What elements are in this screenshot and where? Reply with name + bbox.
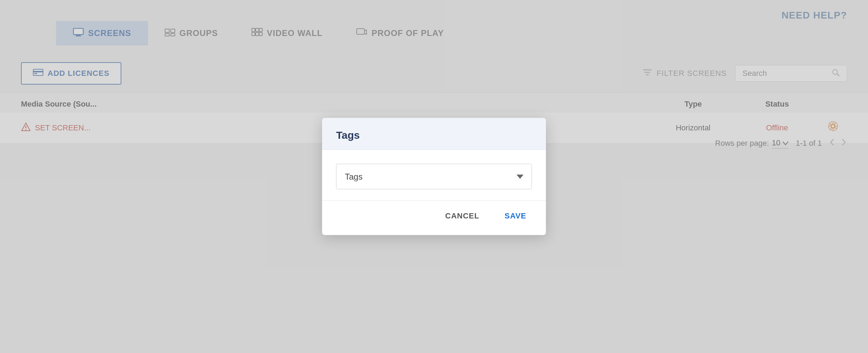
page-background: NEED HELP? SCREENS GROUPS	[0, 0, 868, 353]
tags-select-wrapper: Tags	[336, 164, 532, 189]
modal-title: Tags	[336, 129, 532, 141]
modal-footer: CANCEL SAVE	[322, 201, 546, 235]
save-button[interactable]: SAVE	[499, 208, 532, 224]
tags-modal: Tags Tags CANCEL SAVE	[322, 118, 546, 235]
modal-body: Tags	[322, 150, 546, 201]
tags-select[interactable]: Tags	[336, 164, 532, 189]
modal-header: Tags	[322, 118, 546, 150]
cancel-button[interactable]: CANCEL	[440, 208, 485, 224]
